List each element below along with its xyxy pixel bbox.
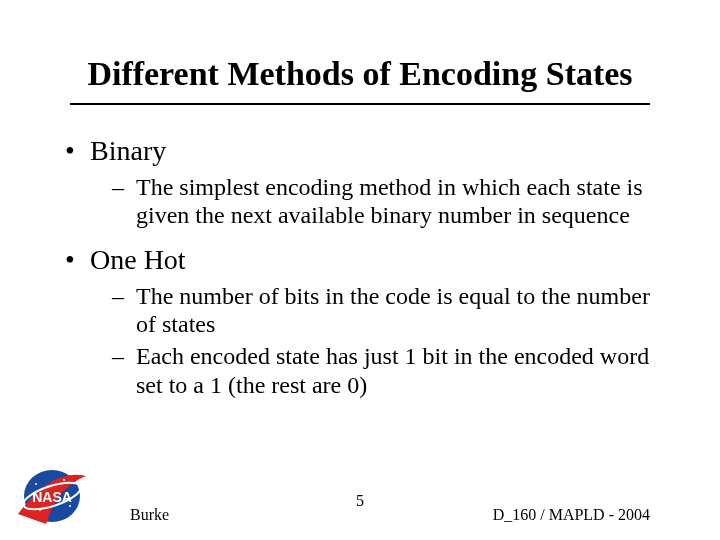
sub-item: Each encoded state has just 1 bit in the… [112, 342, 660, 399]
bullet-list: Binary The simplest encoding method in w… [60, 135, 660, 399]
sub-item: The number of bits in the code is equal … [112, 282, 660, 339]
sub-item: The simplest encoding method in which ea… [112, 173, 660, 230]
svg-point-3 [35, 483, 37, 485]
svg-point-4 [63, 479, 65, 481]
slide-title: Different Methods of Encoding States [70, 55, 650, 105]
sub-list: The simplest encoding method in which ea… [112, 173, 660, 230]
bullet-label: Binary [90, 135, 166, 166]
slide-footer: NASA Burke 5 D_160 / MAPLD - 2004 [0, 468, 720, 528]
bullet-item: One Hot The number of bits in the code i… [60, 244, 660, 399]
bullet-label: One Hot [90, 244, 186, 275]
footer-conference: D_160 / MAPLD - 2004 [493, 506, 650, 524]
sub-list: The number of bits in the code is equal … [112, 282, 660, 399]
slide: Different Methods of Encoding States Bin… [0, 0, 720, 540]
bullet-item: Binary The simplest encoding method in w… [60, 135, 660, 230]
